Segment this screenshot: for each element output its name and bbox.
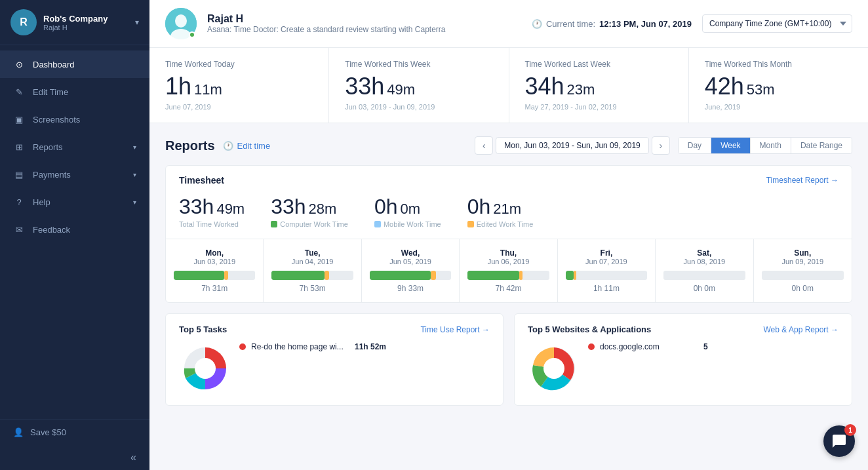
sidebar-footer: 👤 Save $50 xyxy=(0,419,149,445)
stat-date-1: Jun 03, 2019 - Jun 09, 2019 xyxy=(345,103,492,111)
bar-green-3 xyxy=(467,271,519,280)
website-dot xyxy=(588,343,595,350)
day-name-6: Sun, xyxy=(762,248,844,258)
avatar xyxy=(165,8,197,39)
bar-orange-3 xyxy=(519,271,523,280)
time-use-report-link[interactable]: Time Use Report → xyxy=(420,325,490,334)
chat-badge: 1 xyxy=(844,424,856,436)
day-date-6: Jun 09, 2019 xyxy=(762,258,844,265)
current-time-value: 12:13 PM, Jun 07, 2019 xyxy=(599,19,692,29)
day-bar-4 xyxy=(566,271,647,280)
stat-mins-1: 49m xyxy=(387,81,415,98)
day-name-4: Fri, xyxy=(566,248,647,258)
reports-header: Reports 🕐 Edit time ‹ Mon, Jun 03, 2019 … xyxy=(165,136,852,155)
computer-hours: 33h xyxy=(271,195,306,219)
arrow-icon: ▾ xyxy=(133,199,136,206)
day-col-1: Tue, Jun 04, 2019 7h 53m xyxy=(264,239,361,302)
sidebar-item-help[interactable]: ? Help ▾ xyxy=(0,188,149,216)
timezone-select[interactable]: Company Time Zone (GMT+10:00) xyxy=(702,14,852,33)
sidebar-label-screenshots: Screenshots xyxy=(33,115,136,125)
stat-card-0: Time Worked Today 1h 11m June 07, 2019 xyxy=(149,48,329,123)
reports-title: Reports xyxy=(165,138,215,153)
day-name-0: Mon, xyxy=(174,248,255,258)
sidebar-label-reports: Reports xyxy=(33,142,125,152)
sidebar-item-reports[interactable]: ⊞ Reports ▾ xyxy=(0,133,149,161)
save-icon: 👤 xyxy=(13,427,24,437)
sidebar-collapse-button[interactable]: « xyxy=(0,445,149,470)
task-name: Re-do the home page wi... xyxy=(251,342,349,351)
day-date-4: Jun 07, 2019 xyxy=(566,258,647,265)
mobile-dot xyxy=(374,221,381,227)
bar-green-0 xyxy=(174,271,224,280)
online-indicator xyxy=(189,31,195,38)
top-websites-body: docs.google.com 5 xyxy=(528,342,838,395)
sidebar: R Rob's Company Rajat H ▾ ⊙ Dashboard ✎ … xyxy=(0,0,149,470)
svg-point-1 xyxy=(175,14,187,28)
bottom-cards: Top 5 Tasks Time Use Report → xyxy=(165,313,852,406)
user-name: Rajat H xyxy=(207,13,521,25)
sidebar-label-dashboard: Dashboard xyxy=(33,60,136,69)
task-dot xyxy=(239,343,246,350)
stat-mins-0: 11m xyxy=(194,81,222,98)
day-bar-3 xyxy=(467,271,549,280)
period-tab-date-range[interactable]: Date Range xyxy=(791,138,852,153)
current-time-display: 🕐 Current time: 12:13 PM, Jun 07, 2019 xyxy=(532,19,692,29)
prev-date-button[interactable]: ‹ xyxy=(475,136,493,155)
timesheet-card-header: Timesheet Timesheet Report → xyxy=(166,166,852,195)
mobile-label: Mobile Work Time xyxy=(374,220,441,228)
sidebar-item-dashboard[interactable]: ⊙ Dashboard xyxy=(0,50,149,78)
edited-dot xyxy=(467,221,474,227)
web-app-report-link[interactable]: Web & App Report → xyxy=(763,325,838,334)
edited-label: Edited Work Time xyxy=(467,220,534,228)
sidebar-item-payments[interactable]: ▤ Payments ▾ xyxy=(0,161,149,188)
day-date-0: Jun 03, 2019 xyxy=(174,258,255,265)
bar-orange-0 xyxy=(224,271,228,280)
period-tab-day[interactable]: Day xyxy=(679,138,711,153)
edit-time-button[interactable]: 🕐 Edit time xyxy=(223,141,271,151)
stat-date-0: June 07, 2019 xyxy=(165,103,313,111)
day-bar-1 xyxy=(271,271,353,280)
day-name-3: Thu, xyxy=(467,248,549,258)
day-date-2: Jun 05, 2019 xyxy=(370,258,451,265)
sidebar-header[interactable]: R Rob's Company Rajat H ▾ xyxy=(0,0,149,45)
svg-point-4 xyxy=(195,358,216,379)
current-time-label: Current time: xyxy=(546,19,595,29)
content-area: Reports 🕐 Edit time ‹ Mon, Jun 03, 2019 … xyxy=(149,123,868,470)
save-button[interactable]: 👤 Save $50 xyxy=(13,427,136,437)
bar-green-4 xyxy=(566,271,574,280)
period-tab-month[interactable]: Month xyxy=(751,138,791,153)
day-bar-2 xyxy=(370,271,451,280)
payments-icon: ▤ xyxy=(13,168,25,180)
timesheet-stats: 33h 49m Total Time Worked 33h 28m Comput… xyxy=(166,195,852,239)
sidebar-item-feedback[interactable]: ✉ Feedback xyxy=(0,216,149,243)
timesheet-report-link[interactable]: Timesheet Report → xyxy=(766,176,838,185)
top-websites-header: Top 5 Websites & Applications Web & App … xyxy=(528,324,838,334)
day-name-2: Wed, xyxy=(370,248,451,258)
sidebar-item-screenshots[interactable]: ▣ Screenshots xyxy=(0,106,149,133)
stat-label-1: Time Worked This Week xyxy=(345,60,492,69)
day-time-6: 0h 0m xyxy=(762,284,844,293)
website-item: docs.google.com 5 xyxy=(588,342,838,351)
top-tasks-body: Re-do the home page wi... 11h 52m xyxy=(179,342,490,395)
sidebar-item-edit-time[interactable]: ✎ Edit Time xyxy=(0,78,149,106)
stat-hours-0: 1h xyxy=(165,73,191,100)
reports-icon: ⊞ xyxy=(13,141,25,153)
chat-button[interactable]: 1 xyxy=(823,425,855,457)
sidebar-chevron-icon: ▾ xyxy=(135,18,139,27)
sidebar-label-help: Help xyxy=(33,197,125,207)
day-col-3: Thu, Jun 06, 2019 7h 42m xyxy=(460,239,557,302)
sidebar-label-edit-time: Edit Time xyxy=(33,87,136,97)
period-tabs: DayWeekMonthDate Range xyxy=(678,137,852,154)
total-label: Total Time Worked xyxy=(179,220,245,228)
timesheet-card: Timesheet Timesheet Report → 33h 49m Tot… xyxy=(165,165,852,303)
stat-label-2: Time Worked Last Week xyxy=(525,60,673,69)
day-col-5: Sat, Jun 08, 2019 0h 0m xyxy=(656,239,753,302)
bar-green-2 xyxy=(370,271,431,280)
sidebar-nav: ⊙ Dashboard ✎ Edit Time ▣ Screenshots ⊞ … xyxy=(0,45,149,419)
next-date-button[interactable]: › xyxy=(652,136,670,155)
period-tab-week[interactable]: Week xyxy=(711,138,750,153)
screenshots-icon: ▣ xyxy=(13,113,25,125)
stat-value-3: 42h 53m xyxy=(705,73,852,100)
svg-point-6 xyxy=(543,358,564,379)
stat-card-2: Time Worked Last Week 34h 23m May 27, 20… xyxy=(509,48,689,123)
